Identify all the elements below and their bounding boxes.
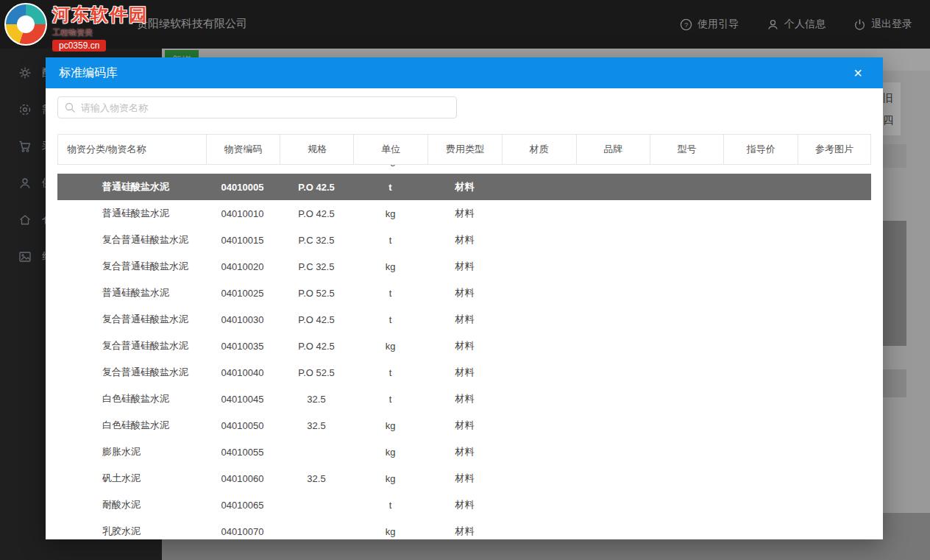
table-row[interactable]: 耐酸水泥04010065t材料 [57, 492, 871, 518]
cell-name: 复合普通硅酸盐水泥 [57, 233, 205, 247]
cell-name: 普通硅酸盐水泥 [57, 286, 205, 300]
cell-unit: t [353, 288, 427, 299]
cell-code: 04010010 [205, 208, 280, 219]
column-header-brand: 品牌 [576, 135, 650, 164]
table-row[interactable]: 乳胶水泥04010070kg材料 [57, 518, 871, 539]
cell-name: 复合普通硅酸盐水泥 [57, 366, 205, 379]
cell-spec: P.C 32.5 [280, 235, 353, 246]
cell-spec: P.O 52.5 [280, 367, 353, 378]
cell-spec: P.O 42.5 [280, 314, 353, 325]
table-row[interactable]: 复合普通硅酸盐水泥04010030P.O 42.5t材料 [57, 306, 871, 333]
cell-name: 矾土水泥 [57, 472, 205, 485]
table-row[interactable]: 复合普通硅酸盐水泥04010020P.C 32.5kg材料 [57, 253, 871, 280]
cell-name: 普通硅酸盐水泥 [57, 207, 205, 220]
search-icon [64, 102, 76, 113]
table-row[interactable]: 水泥04010001综合kg材料 [57, 165, 871, 174]
column-header-material: 材质 [502, 135, 576, 164]
cell-name: 普通硅酸盐水泥 [57, 180, 205, 194]
modal-body: 物资分类/物资名称物资编码规格单位费用类型材质品牌型号指导价参考图片 水泥040… [46, 96, 883, 539]
cell-unit: t [353, 182, 427, 193]
column-header-name: 物资分类/物资名称 [58, 135, 206, 164]
cell-unit: kg [353, 473, 427, 484]
cell-code: 04010020 [205, 261, 280, 272]
column-header-code: 物资编码 [206, 135, 280, 164]
cell-code: 04010045 [205, 394, 280, 405]
cell-cost_type: 材料 [427, 286, 502, 300]
cell-code: 04010015 [205, 235, 280, 246]
cell-name: 复合普通硅酸盐水泥 [57, 260, 205, 273]
table-row[interactable]: 膨胀水泥04010055kg材料 [57, 439, 871, 465]
cell-spec: P.O 52.5 [280, 288, 353, 299]
cell-cost_type: 材料 [427, 419, 502, 432]
cell-cost_type: 材料 [427, 260, 502, 273]
cell-unit: kg [353, 526, 427, 537]
column-header-spec: 规格 [280, 135, 353, 164]
cell-cost_type: 材料 [427, 165, 502, 167]
table-row[interactable]: 矾土水泥0401006032.5kg材料 [57, 465, 871, 492]
cell-code: 04010050 [205, 420, 280, 431]
table-row[interactable]: 复合普通硅酸盐水泥04010035P.O 42.5kg材料 [57, 333, 871, 359]
cell-unit: t [353, 314, 427, 325]
table-row[interactable]: 白色硅酸盐水泥0401004532.5t材料 [57, 386, 871, 412]
cell-code: 04010030 [205, 314, 280, 325]
table-body: 水泥04010001综合kg材料普通硅酸盐水泥04010005P.O 42.5t… [57, 165, 871, 539]
cell-spec: P.O 42.5 [280, 182, 353, 193]
table-row[interactable]: 复合普通硅酸盐水泥04010015P.C 32.5t材料 [57, 227, 871, 253]
cell-code: 04010040 [205, 367, 280, 378]
cell-unit: kg [353, 165, 427, 166]
cell-code: 04010005 [205, 182, 280, 193]
search-box [57, 96, 457, 118]
cell-name: 复合普通硅酸盐水泥 [57, 313, 205, 326]
table-row[interactable]: 普通硅酸盐水泥04010025P.O 52.5t材料 [57, 280, 871, 306]
column-header-ref_image: 参考图片 [798, 135, 870, 164]
modal-header: 标准编码库 × [46, 57, 883, 88]
cell-cost_type: 材料 [427, 392, 502, 405]
cell-code: 04010055 [205, 447, 280, 458]
cell-name: 耐酸水泥 [57, 498, 205, 511]
modal-title: 标准编码库 [59, 65, 853, 81]
column-header-unit: 单位 [353, 135, 427, 164]
cell-unit: t [353, 394, 427, 405]
cell-unit: t [353, 367, 427, 378]
cell-name: 膨胀水泥 [57, 445, 205, 458]
cell-spec: P.O 42.5 [280, 208, 353, 219]
cell-code: 04010025 [205, 288, 280, 299]
cell-code: 04010035 [205, 341, 280, 352]
cell-name: 白色硅酸盐水泥 [57, 419, 205, 432]
close-icon[interactable]: × [853, 65, 862, 80]
cell-cost_type: 材料 [427, 498, 502, 511]
cell-unit: t [353, 500, 427, 511]
cell-cost_type: 材料 [427, 525, 502, 538]
cell-name: 复合普通硅酸盐水泥 [57, 339, 205, 352]
cell-spec: 综合 [280, 165, 353, 167]
cell-cost_type: 材料 [427, 313, 502, 326]
cell-unit: kg [353, 447, 427, 458]
search-input[interactable] [57, 96, 457, 118]
cell-spec: 32.5 [280, 473, 353, 484]
cell-name: 白色硅酸盐水泥 [57, 392, 205, 405]
app: 贵阳绿软科技有限公司 ?使用引导个人信息退出登录 配需采供仓结 新增 旧 计四 … [0, 0, 930, 560]
table-row[interactable]: 复合普通硅酸盐水泥04010040P.O 52.5t材料 [57, 359, 871, 386]
column-header-guide_price: 指导价 [723, 135, 798, 164]
table-row[interactable]: 白色硅酸盐水泥0401005032.5kg材料 [57, 412, 871, 439]
cell-cost_type: 材料 [427, 472, 502, 485]
cell-unit: kg [353, 420, 427, 431]
table-row[interactable]: 普通硅酸盐水泥04010005P.O 42.5t材料 [57, 174, 871, 200]
cell-name: 水泥 [57, 165, 205, 167]
cell-unit: kg [353, 261, 427, 272]
cell-code: 04010070 [205, 526, 280, 537]
cell-spec: 32.5 [280, 420, 353, 431]
column-header-cost_type: 费用类型 [427, 135, 502, 164]
cell-spec: 32.5 [280, 394, 353, 405]
modal-standard-code-library: 标准编码库 × 物资分类/物资名称物资编码规格单位费用类型材质品牌型号指导价参考… [46, 57, 883, 539]
cell-cost_type: 材料 [427, 180, 502, 194]
cell-code: 04010065 [205, 500, 280, 511]
cell-unit: t [353, 235, 427, 246]
cell-code: 04010001 [205, 165, 280, 166]
cell-cost_type: 材料 [427, 445, 502, 458]
cell-code: 04010060 [205, 473, 280, 484]
table-row[interactable]: 普通硅酸盐水泥04010010P.O 42.5kg材料 [57, 200, 871, 227]
cell-cost_type: 材料 [427, 233, 502, 247]
column-header-model: 型号 [650, 135, 724, 164]
cell-cost_type: 材料 [427, 339, 502, 352]
